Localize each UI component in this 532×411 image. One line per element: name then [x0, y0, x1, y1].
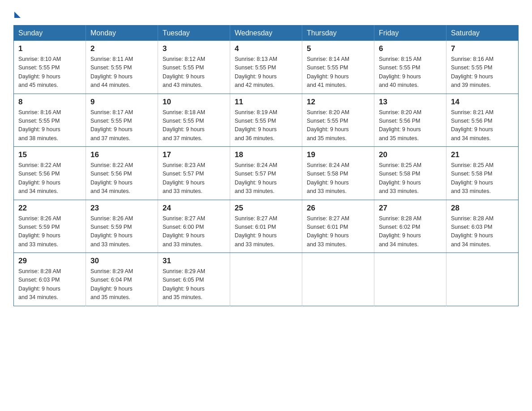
header-wednesday: Wednesday	[230, 26, 302, 41]
day-info: Sunrise: 8:10 AMSunset: 5:55 PMDaylight:…	[18, 55, 81, 90]
page-header	[13, 9, 519, 16]
header-saturday: Saturday	[446, 26, 519, 41]
empty-cell	[302, 253, 374, 306]
day-number: 11	[235, 98, 297, 107]
day-info: Sunrise: 8:24 AMSunset: 5:57 PMDaylight:…	[235, 161, 297, 196]
day-number: 3	[163, 44, 225, 53]
day-cell-30: 30Sunrise: 8:29 AMSunset: 6:04 PMDayligh…	[86, 253, 158, 306]
day-info: Sunrise: 8:29 AMSunset: 6:05 PMDaylight:…	[163, 267, 225, 302]
day-info: Sunrise: 8:24 AMSunset: 5:58 PMDaylight:…	[307, 161, 369, 196]
day-cell-13: 13Sunrise: 8:20 AMSunset: 5:56 PMDayligh…	[374, 94, 446, 147]
day-cell-3: 3Sunrise: 8:12 AMSunset: 5:55 PMDaylight…	[158, 41, 230, 94]
day-info: Sunrise: 8:26 AMSunset: 5:59 PMDaylight:…	[90, 214, 153, 249]
day-info: Sunrise: 8:28 AMSunset: 6:03 PMDaylight:…	[18, 267, 81, 302]
day-cell-23: 23Sunrise: 8:26 AMSunset: 5:59 PMDayligh…	[86, 200, 158, 253]
day-info: Sunrise: 8:23 AMSunset: 5:57 PMDaylight:…	[163, 161, 225, 196]
header-thursday: Thursday	[302, 26, 374, 41]
day-number: 1	[18, 44, 81, 53]
day-info: Sunrise: 8:20 AMSunset: 5:56 PMDaylight:…	[379, 108, 442, 143]
day-number: 17	[163, 150, 225, 159]
day-number: 6	[379, 44, 442, 53]
week-row-1: 8Sunrise: 8:16 AMSunset: 5:55 PMDaylight…	[14, 94, 519, 147]
day-info: Sunrise: 8:28 AMSunset: 6:02 PMDaylight:…	[379, 214, 442, 249]
day-number: 4	[235, 44, 297, 53]
day-number: 22	[18, 204, 81, 213]
day-cell-8: 8Sunrise: 8:16 AMSunset: 5:55 PMDaylight…	[14, 94, 86, 147]
day-number: 30	[90, 257, 153, 265]
day-info: Sunrise: 8:27 AMSunset: 6:01 PMDaylight:…	[235, 214, 297, 249]
day-number: 13	[379, 98, 442, 107]
day-number: 24	[163, 204, 225, 213]
day-info: Sunrise: 8:22 AMSunset: 5:56 PMDaylight:…	[90, 161, 153, 196]
day-info: Sunrise: 8:13 AMSunset: 5:55 PMDaylight:…	[235, 55, 297, 90]
week-row-0: 1Sunrise: 8:10 AMSunset: 5:55 PMDaylight…	[14, 41, 519, 94]
day-number: 15	[18, 150, 81, 159]
day-cell-1: 1Sunrise: 8:10 AMSunset: 5:55 PMDaylight…	[14, 41, 86, 94]
logo	[13, 9, 21, 16]
calendar-table: SundayMondayTuesdayWednesdayThursdayFrid…	[13, 25, 519, 306]
header-tuesday: Tuesday	[158, 26, 230, 41]
week-row-2: 15Sunrise: 8:22 AMSunset: 5:56 PMDayligh…	[14, 147, 519, 200]
day-cell-18: 18Sunrise: 8:24 AMSunset: 5:57 PMDayligh…	[230, 147, 302, 200]
day-number: 8	[18, 98, 81, 107]
header-monday: Monday	[86, 26, 158, 41]
header-friday: Friday	[374, 26, 446, 41]
logo-arrow-icon	[14, 12, 21, 18]
day-info: Sunrise: 8:29 AMSunset: 6:04 PMDaylight:…	[90, 267, 153, 302]
day-cell-11: 11Sunrise: 8:19 AMSunset: 5:55 PMDayligh…	[230, 94, 302, 147]
day-number: 19	[307, 150, 369, 159]
day-number: 27	[379, 204, 442, 213]
day-info: Sunrise: 8:25 AMSunset: 5:58 PMDaylight:…	[451, 161, 514, 196]
day-number: 18	[235, 150, 297, 159]
calendar-header-row: SundayMondayTuesdayWednesdayThursdayFrid…	[14, 26, 519, 41]
day-info: Sunrise: 8:16 AMSunset: 5:55 PMDaylight:…	[18, 108, 81, 143]
empty-cell	[230, 253, 302, 306]
day-number: 2	[90, 44, 153, 53]
day-cell-6: 6Sunrise: 8:15 AMSunset: 5:55 PMDaylight…	[374, 41, 446, 94]
day-cell-26: 26Sunrise: 8:27 AMSunset: 6:01 PMDayligh…	[302, 200, 374, 253]
day-info: Sunrise: 8:11 AMSunset: 5:55 PMDaylight:…	[90, 55, 153, 90]
day-cell-19: 19Sunrise: 8:24 AMSunset: 5:58 PMDayligh…	[302, 147, 374, 200]
day-number: 21	[451, 150, 514, 159]
day-cell-27: 27Sunrise: 8:28 AMSunset: 6:02 PMDayligh…	[374, 200, 446, 253]
day-cell-20: 20Sunrise: 8:25 AMSunset: 5:58 PMDayligh…	[374, 147, 446, 200]
day-cell-12: 12Sunrise: 8:20 AMSunset: 5:55 PMDayligh…	[302, 94, 374, 147]
day-info: Sunrise: 8:17 AMSunset: 5:55 PMDaylight:…	[90, 108, 153, 143]
day-info: Sunrise: 8:20 AMSunset: 5:55 PMDaylight:…	[307, 108, 369, 143]
day-cell-4: 4Sunrise: 8:13 AMSunset: 5:55 PMDaylight…	[230, 41, 302, 94]
day-number: 5	[307, 44, 369, 53]
day-cell-22: 22Sunrise: 8:26 AMSunset: 5:59 PMDayligh…	[14, 200, 86, 253]
day-cell-21: 21Sunrise: 8:25 AMSunset: 5:58 PMDayligh…	[446, 147, 519, 200]
day-cell-24: 24Sunrise: 8:27 AMSunset: 6:00 PMDayligh…	[158, 200, 230, 253]
day-cell-31: 31Sunrise: 8:29 AMSunset: 6:05 PMDayligh…	[158, 253, 230, 306]
day-number: 28	[451, 204, 514, 213]
day-info: Sunrise: 8:12 AMSunset: 5:55 PMDaylight:…	[163, 55, 225, 90]
day-info: Sunrise: 8:14 AMSunset: 5:55 PMDaylight:…	[307, 55, 369, 90]
day-number: 26	[307, 204, 369, 213]
day-info: Sunrise: 8:26 AMSunset: 5:59 PMDaylight:…	[18, 214, 81, 249]
day-info: Sunrise: 8:22 AMSunset: 5:56 PMDaylight:…	[18, 161, 81, 196]
day-cell-29: 29Sunrise: 8:28 AMSunset: 6:03 PMDayligh…	[14, 253, 86, 306]
day-cell-10: 10Sunrise: 8:18 AMSunset: 5:55 PMDayligh…	[158, 94, 230, 147]
day-number: 12	[307, 98, 369, 107]
day-cell-28: 28Sunrise: 8:28 AMSunset: 6:03 PMDayligh…	[446, 200, 519, 253]
day-number: 9	[90, 98, 153, 107]
day-cell-25: 25Sunrise: 8:27 AMSunset: 6:01 PMDayligh…	[230, 200, 302, 253]
day-info: Sunrise: 8:19 AMSunset: 5:55 PMDaylight:…	[235, 108, 297, 143]
day-info: Sunrise: 8:18 AMSunset: 5:55 PMDaylight:…	[163, 108, 225, 143]
day-number: 20	[379, 150, 442, 159]
day-cell-14: 14Sunrise: 8:21 AMSunset: 5:56 PMDayligh…	[446, 94, 519, 147]
day-number: 25	[235, 204, 297, 213]
day-info: Sunrise: 8:15 AMSunset: 5:55 PMDaylight:…	[379, 55, 442, 90]
week-row-4: 29Sunrise: 8:28 AMSunset: 6:03 PMDayligh…	[14, 253, 519, 306]
day-number: 29	[18, 257, 81, 265]
day-info: Sunrise: 8:25 AMSunset: 5:58 PMDaylight:…	[379, 161, 442, 196]
day-info: Sunrise: 8:16 AMSunset: 5:55 PMDaylight:…	[451, 55, 514, 90]
day-number: 16	[90, 150, 153, 159]
week-row-3: 22Sunrise: 8:26 AMSunset: 5:59 PMDayligh…	[14, 200, 519, 253]
day-cell-7: 7Sunrise: 8:16 AMSunset: 5:55 PMDaylight…	[446, 41, 519, 94]
day-info: Sunrise: 8:28 AMSunset: 6:03 PMDaylight:…	[451, 214, 514, 249]
day-cell-2: 2Sunrise: 8:11 AMSunset: 5:55 PMDaylight…	[86, 41, 158, 94]
day-number: 31	[163, 257, 225, 265]
day-info: Sunrise: 8:21 AMSunset: 5:56 PMDaylight:…	[451, 108, 514, 143]
